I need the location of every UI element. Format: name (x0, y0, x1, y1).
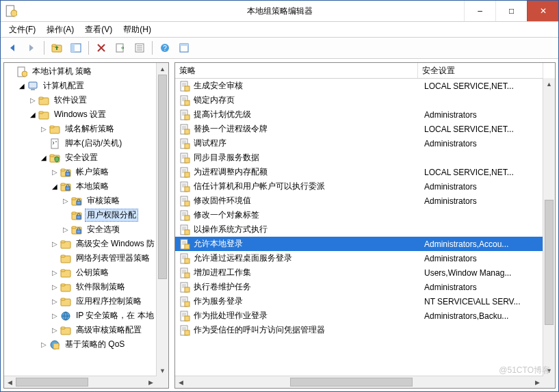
scroll-left-icon[interactable]: ◀ (175, 376, 187, 388)
tree-node-software[interactable]: ▷软件设置 (4, 93, 157, 107)
forward-button[interactable] (23, 39, 40, 57)
close-button[interactable]: ✕ (527, 1, 558, 21)
minimize-button[interactable]: – (464, 1, 495, 21)
twisty-icon[interactable]: ◢ (40, 154, 48, 161)
folder-icon (60, 325, 71, 336)
tree-node-account-policy[interactable]: ▷帐户策略 (4, 165, 157, 179)
policy-list[interactable]: 生成安全审核LOCAL SERVICE,NET...锁定内存页提高计划优先级Ad… (175, 79, 543, 376)
column-header-setting[interactable]: 安全设置 (418, 63, 543, 78)
toolbar-separator (44, 41, 44, 55)
policy-setting: Administrators (421, 196, 543, 206)
folder-lock-icon (60, 167, 71, 178)
tree-node-root[interactable]: 本地计算机 策略 (4, 64, 157, 79)
refresh-button[interactable] (175, 39, 193, 57)
twisty-icon[interactable]: ▷ (51, 240, 59, 248)
qos-icon (49, 339, 60, 350)
help-button[interactable]: ? (156, 39, 174, 57)
policy-row[interactable]: 作为批处理作业登录Administrators,Backu... (175, 309, 543, 323)
menu-bar: 文件(F) 操作(A) 查看(V) 帮助(H) (1, 22, 558, 38)
column-header-policy[interactable]: 策略 (175, 63, 418, 78)
tree-node-nlm[interactable]: 网络列表管理器策略 (4, 251, 157, 265)
policy-row[interactable]: 调试程序Administrators (175, 136, 543, 151)
tree-node-audit-policy[interactable]: ▷审核策略 (4, 194, 157, 208)
menu-action[interactable]: 操作(A) (41, 23, 79, 37)
tree-node-ipsec[interactable]: ▷IP 安全策略，在 本地 (4, 309, 157, 323)
delete-button[interactable] (92, 39, 110, 57)
list-vscrollbar[interactable]: ▲ ▼ (543, 78, 555, 376)
tree-vscrollbar[interactable]: ▲ ▼ (156, 63, 168, 376)
policy-row[interactable]: 以操作系统方式执行 (175, 222, 543, 237)
menu-view[interactable]: 查看(V) (79, 23, 118, 37)
tree-hscrollbar[interactable]: ◀ ▶ (4, 376, 157, 388)
tree[interactable]: 本地计算机 策略◢计算机配置▷软件设置◢Windows 设置▷域名解析策略脚本(… (4, 63, 168, 388)
twisty-icon[interactable]: ◢ (51, 183, 59, 190)
twisty-icon[interactable]: ▷ (51, 298, 59, 305)
back-button[interactable] (3, 39, 21, 57)
scroll-up-icon[interactable]: ▲ (157, 63, 168, 75)
folder-icon (60, 239, 71, 250)
twisty-icon[interactable]: ▷ (40, 341, 48, 348)
export-list-button[interactable] (112, 39, 129, 57)
twisty-icon[interactable]: ▷ (51, 283, 59, 291)
tree-node-computer-cfg[interactable]: ◢计算机配置 (4, 79, 157, 93)
policy-row[interactable]: 提高计划优先级Administrators (175, 107, 543, 122)
tree-node-dns-policy[interactable]: ▷域名解析策略 (4, 122, 157, 136)
twisty-icon[interactable]: ▷ (29, 96, 37, 104)
policy-row[interactable]: 锁定内存页 (175, 93, 543, 107)
tree-node-adv-windows[interactable]: ▷高级安全 Windows 防 (4, 237, 157, 251)
tree-node-appctrl[interactable]: ▷应用程序控制策略 (4, 294, 157, 309)
policy-row[interactable]: 生成安全审核LOCAL SERVICE,NET... (175, 79, 543, 93)
tree-node-qos[interactable]: ▷基于策略的 QoS (4, 337, 157, 352)
scroll-down-icon[interactable]: ▼ (543, 365, 555, 376)
twisty-icon[interactable]: ▷ (51, 312, 59, 319)
properties-button[interactable] (131, 39, 148, 57)
policy-row[interactable]: 执行卷维护任务Administrators (175, 280, 543, 294)
maximize-button[interactable]: □ (495, 1, 527, 21)
policy-row[interactable]: 替换一个进程级令牌LOCAL SERVICE,NET... (175, 122, 543, 136)
twisty-icon[interactable]: ▷ (51, 269, 59, 276)
list-header: 策略 安全设置 (175, 63, 543, 79)
tree-node-scripts[interactable]: 脚本(启动/关机) (4, 136, 157, 151)
scroll-up-icon[interactable]: ▲ (543, 78, 555, 90)
tree-node-adv-audit[interactable]: ▷高级审核策略配置 (4, 323, 157, 337)
tree-node-security[interactable]: ◢安全设置 (4, 151, 157, 165)
list-pane: 策略 安全设置 生成安全审核LOCAL SERVICE,NET...锁定内存页提… (174, 62, 556, 389)
policy-row[interactable]: 修改固件环境值Administrators (175, 194, 543, 208)
twisty-icon[interactable]: ▷ (40, 125, 48, 133)
tree-node-label: 安全设置 (63, 151, 100, 164)
twisty-icon[interactable]: ▷ (62, 226, 70, 233)
policy-row[interactable]: 为进程调整内存配额LOCAL SERVICE,NET... (175, 165, 543, 179)
twisty-icon[interactable]: ▷ (51, 168, 59, 176)
menu-help[interactable]: 帮助(H) (118, 23, 157, 37)
policy-row[interactable]: 增加进程工作集Users,Window Manag... (175, 265, 543, 280)
tree-node-security-options[interactable]: ▷安全选项 (4, 222, 157, 237)
policy-setting: LOCAL SERVICE,NET... (421, 125, 543, 134)
scroll-right-icon[interactable]: ▶ (145, 376, 157, 388)
twisty-icon[interactable]: ▷ (62, 197, 70, 205)
policy-row[interactable]: 同步目录服务数据 (175, 151, 543, 165)
up-button[interactable] (48, 39, 66, 57)
policy-row[interactable]: 允许本地登录Administrators,Accou... (175, 237, 543, 251)
twisty-icon[interactable]: ◢ (18, 82, 26, 90)
policy-item-icon (179, 224, 190, 235)
tree-node-windows[interactable]: ◢Windows 设置 (4, 107, 157, 122)
scroll-left-icon[interactable]: ◀ (4, 376, 16, 388)
policy-row[interactable]: 修改一个对象标签 (175, 208, 543, 222)
policy-row[interactable]: 作为服务登录NT SERVICE\ALL SERV... (175, 294, 543, 309)
policy-row[interactable]: 信任计算机和用户帐户可以执行委派Administrators (175, 179, 543, 194)
twisty-icon[interactable]: ◢ (29, 111, 37, 118)
scroll-down-icon[interactable]: ▼ (157, 365, 168, 376)
policy-name: 修改固件环境值 (194, 195, 251, 207)
policy-row[interactable]: 允许通过远程桌面服务登录Administrators (175, 251, 543, 265)
twisty-icon[interactable]: ▷ (51, 326, 59, 334)
list-hscrollbar[interactable]: ◀ ▶ (175, 376, 543, 388)
scroll-right-icon[interactable]: ▶ (532, 376, 543, 388)
tree-node-local-policy[interactable]: ◢本地策略 (4, 179, 157, 194)
tree-node-label: 网络列表管理器策略 (74, 252, 152, 265)
show-hide-tree-button[interactable] (67, 39, 85, 57)
tree-node-srp[interactable]: ▷软件限制策略 (4, 280, 157, 294)
tree-node-pubkey[interactable]: ▷公钥策略 (4, 265, 157, 280)
tree-node-user-rights[interactable]: 用户权限分配 (4, 208, 157, 222)
policy-row[interactable]: 作为受信任的呼叫方访问凭据管理器 (175, 323, 543, 337)
menu-file[interactable]: 文件(F) (3, 23, 41, 37)
